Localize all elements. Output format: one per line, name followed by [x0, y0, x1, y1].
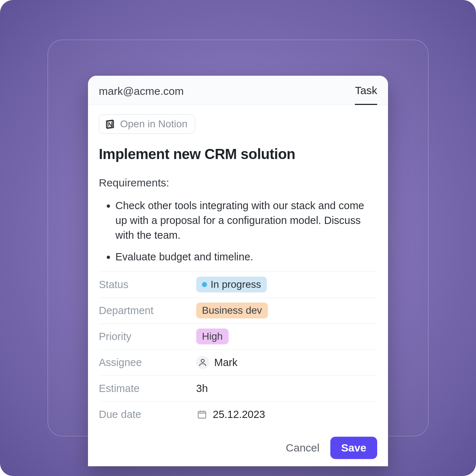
- prop-row-due-date: Due date 25.12.2023: [99, 401, 377, 427]
- prop-value-estimate[interactable]: 3h: [196, 383, 208, 395]
- svg-point-0: [201, 360, 204, 363]
- prop-value-due-date[interactable]: 25.12.2023: [196, 409, 265, 420]
- calendar-icon: [196, 409, 208, 420]
- svg-rect-1: [198, 411, 206, 418]
- estimate-text: 3h: [196, 383, 208, 395]
- card-body: Open in Notion Implement new CRM solutio…: [88, 105, 388, 427]
- card-footer: Cancel Save: [88, 427, 388, 466]
- due-date-text: 25.12.2023: [213, 409, 265, 420]
- list-item: Check other tools integrating with our s…: [115, 198, 377, 243]
- task-card: mark@acme.com Task Open in Notion Implem…: [88, 76, 388, 466]
- prop-row-assignee: Assignee Mark: [99, 349, 377, 375]
- properties-table: Status In progress Department Business d…: [99, 272, 377, 427]
- user-email: mark@acme.com: [99, 85, 184, 97]
- open-in-notion-button[interactable]: Open in Notion: [99, 114, 195, 134]
- prop-value-assignee[interactable]: Mark: [196, 356, 237, 369]
- prop-value-department[interactable]: Business dev: [196, 303, 268, 318]
- prop-row-status: Status In progress: [99, 272, 377, 298]
- prop-value-priority[interactable]: High: [196, 329, 229, 344]
- notion-icon: [104, 118, 116, 130]
- assignee-name: Mark: [214, 357, 237, 369]
- open-in-notion-label: Open in Notion: [120, 118, 188, 130]
- status-text: In progress: [211, 279, 261, 290]
- cancel-button[interactable]: Cancel: [286, 442, 319, 454]
- prop-label: Priority: [99, 331, 196, 343]
- background: mark@acme.com Task Open in Notion Implem…: [0, 0, 476, 476]
- prop-label: Assignee: [99, 357, 196, 369]
- prop-label: Estimate: [99, 383, 196, 395]
- avatar-icon: [196, 356, 209, 369]
- prop-label: Department: [99, 305, 196, 317]
- prop-row-estimate: Estimate 3h: [99, 375, 377, 401]
- prop-value-status[interactable]: In progress: [196, 277, 267, 292]
- card-header: mark@acme.com Task: [88, 76, 388, 105]
- prop-row-department: Department Business dev: [99, 298, 377, 323]
- list-item: Evaluate budget and timeline.: [115, 250, 377, 264]
- save-button[interactable]: Save: [330, 437, 377, 459]
- requirements-label: Requirements:: [99, 177, 377, 189]
- prop-row-priority: Priority High: [99, 323, 377, 349]
- status-dot-icon: [202, 282, 207, 287]
- prop-label: Status: [99, 279, 196, 291]
- tab-task[interactable]: Task: [355, 84, 377, 105]
- priority-tag: High: [196, 329, 229, 344]
- task-title: Implement new CRM solution: [99, 146, 377, 162]
- prop-label: Due date: [99, 409, 196, 420]
- requirements-list: Check other tools integrating with our s…: [99, 198, 377, 264]
- department-tag: Business dev: [196, 303, 268, 318]
